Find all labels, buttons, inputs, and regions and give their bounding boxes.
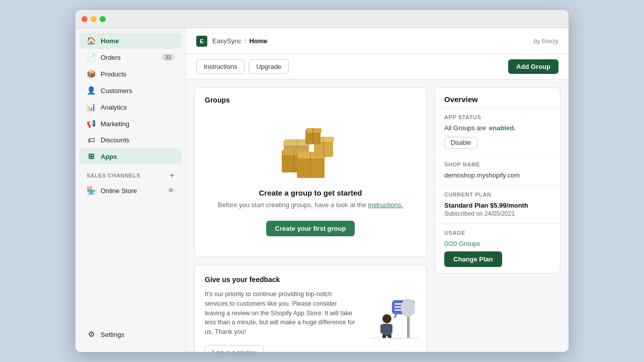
topbar: E EasySync / Home by flowzy	[186, 28, 569, 54]
usage-section: USAGE 0/20 Groups Change Plan	[435, 223, 560, 273]
shop-name-value: demoshop.myshopify.com	[444, 171, 551, 179]
instructions-link[interactable]: instructions.	[368, 201, 403, 209]
boxes-svg	[278, 125, 343, 180]
create-btn-wrapper: Create your first group	[266, 221, 355, 236]
sidebar-item-online-store[interactable]: 🏪 Online Store 👁	[79, 183, 182, 199]
sidebar-item-label: Customers	[101, 87, 132, 95]
orders-badge: 33	[162, 54, 175, 61]
maximize-button[interactable]	[100, 16, 106, 22]
toolbar-left: Instructions Upgrade	[196, 59, 289, 74]
orders-icon: 📄	[87, 53, 96, 62]
plan-name: Standard Plan $5.99/month	[444, 202, 551, 209]
app-logo: E	[196, 36, 207, 47]
empty-desc: Before you start creating groups, have a…	[218, 201, 403, 209]
eye-icon: 👁	[168, 187, 175, 195]
sidebar-item-home[interactable]: 🏠 Home	[79, 33, 182, 49]
disable-button[interactable]: Disable	[444, 137, 477, 149]
change-plan-button[interactable]: Change Plan	[444, 251, 502, 267]
toolbar: Instructions Upgrade Add Group	[186, 54, 569, 79]
shop-name-label: SHOP NAME	[444, 161, 551, 167]
content-area: Groups	[186, 79, 569, 352]
titlebar	[75, 10, 569, 28]
sidebar-item-label: Marketing	[101, 120, 129, 128]
app-window: 🏠 Home 📄 Orders 33 📦 Products 👤 Customer…	[75, 10, 569, 352]
overview-card: Overview APP STATUS All Groups are enabl…	[435, 87, 560, 274]
sales-channels-section: SALES CHANNELS +	[75, 165, 186, 182]
shop-name-section: SHOP NAME demoshop.myshopify.com	[435, 155, 560, 185]
sidebar-item-discounts[interactable]: 🏷 Discounts	[79, 132, 182, 148]
sidebar-item-label: Products	[101, 70, 126, 78]
by-flowzy-label: by flowzy	[534, 38, 558, 45]
create-first-group-button[interactable]: Create your first group	[266, 221, 355, 236]
overview-panel: Overview APP STATUS All Groups are enabl…	[435, 87, 560, 352]
svg-rect-13	[306, 128, 321, 133]
sidebar-item-label: Discounts	[101, 136, 129, 144]
current-plan-section: CURRENT PLAN Standard Plan $5.99/month S…	[435, 185, 560, 223]
svg-line-16	[394, 314, 396, 318]
sidebar: 🏠 Home 📄 Orders 33 📦 Products 👤 Customer…	[75, 28, 186, 352]
leave-review-button[interactable]: Leave a review	[205, 345, 264, 352]
sidebar-item-orders[interactable]: 📄 Orders 33	[79, 49, 182, 65]
instructions-button[interactable]: Instructions	[196, 59, 245, 74]
feedback-description: It's our priority to continue providing …	[205, 290, 356, 337]
store-icon: 🏪	[87, 186, 96, 195]
breadcrumb-current: Home	[249, 37, 267, 45]
sidebar-item-label: Analytics	[101, 104, 127, 111]
feedback-title: Give us your feedback	[205, 276, 356, 284]
empty-title: Create a group to get started	[259, 189, 362, 197]
sidebar-item-customers[interactable]: 👤 Customers	[79, 82, 182, 99]
svg-point-20	[382, 314, 391, 323]
boxes-illustration	[278, 125, 343, 180]
customers-icon: 👤	[87, 86, 96, 95]
app-status-text: All Groups are	[444, 124, 486, 132]
svg-rect-23	[388, 324, 392, 333]
app-status-section: APP STATUS All Groups are enabled. Disab…	[435, 108, 560, 155]
svg-rect-22	[380, 324, 384, 333]
sidebar-item-label: Home	[101, 37, 119, 45]
groups-card-header: Groups	[195, 88, 426, 110]
discounts-icon: 🏷	[87, 136, 96, 144]
breadcrumb-app-name: EasySync	[212, 37, 242, 45]
sidebar-item-settings[interactable]: ⚙ Settings	[79, 326, 182, 342]
close-button[interactable]	[82, 16, 88, 22]
sidebar-item-label: Settings	[101, 331, 124, 338]
app-status-label: APP STATUS	[444, 114, 551, 120]
minimize-button[interactable]	[91, 16, 97, 22]
settings-icon: ⚙	[87, 330, 96, 339]
app-status-value: enabled.	[489, 124, 516, 132]
svg-rect-28	[371, 338, 419, 339]
groups-panel: Groups	[194, 87, 427, 352]
sidebar-item-label: Orders	[101, 54, 121, 61]
feedback-illustration	[366, 298, 416, 338]
breadcrumb: E EasySync / Home	[196, 36, 268, 47]
sidebar-item-label: Apps	[101, 153, 117, 160]
sidebar-item-label: Online Store	[101, 187, 137, 195]
sidebar-nav: 🏠 Home 📄 Orders 33 📦 Products 👤 Customer…	[75, 28, 186, 322]
apps-icon: ⊞	[87, 152, 96, 161]
plan-subscribed: Subscribed on 24/05/2021	[444, 210, 551, 217]
add-group-button[interactable]: Add Group	[508, 59, 558, 74]
overview-title: Overview	[435, 88, 560, 108]
usage-label: USAGE	[444, 230, 551, 236]
home-icon: 🏠	[87, 36, 96, 45]
products-icon: 📦	[87, 69, 96, 78]
sidebar-item-apps[interactable]: ⊞ Apps	[79, 148, 182, 164]
sidebar-footer: ⚙ Settings	[75, 322, 186, 347]
app-status-row: All Groups are enabled.	[444, 124, 551, 132]
sidebar-item-analytics[interactable]: 📊 Analytics	[79, 99, 182, 115]
analytics-icon: 📊	[87, 103, 96, 112]
sidebar-item-marketing[interactable]: 📢 Marketing	[79, 116, 182, 132]
current-plan-label: CURRENT PLAN	[444, 192, 551, 198]
usage-value: 0/20 Groups	[444, 240, 551, 247]
main-content: E EasySync / Home by flowzy Instructions…	[186, 28, 569, 352]
sidebar-item-products[interactable]: 📦 Products	[79, 66, 182, 82]
upgrade-button[interactable]: Upgrade	[249, 59, 289, 74]
add-sales-channel-button[interactable]: +	[170, 171, 175, 180]
marketing-icon: 📢	[87, 119, 96, 128]
feedback-card: Give us your feedback It's our priority …	[194, 265, 427, 352]
groups-empty-state: Create a group to get started Before you…	[195, 110, 426, 256]
breadcrumb-separator: /	[245, 37, 247, 45]
app-body: 🏠 Home 📄 Orders 33 📦 Products 👤 Customer…	[75, 28, 569, 352]
groups-card: Groups	[194, 87, 427, 257]
svg-point-27	[401, 299, 415, 317]
